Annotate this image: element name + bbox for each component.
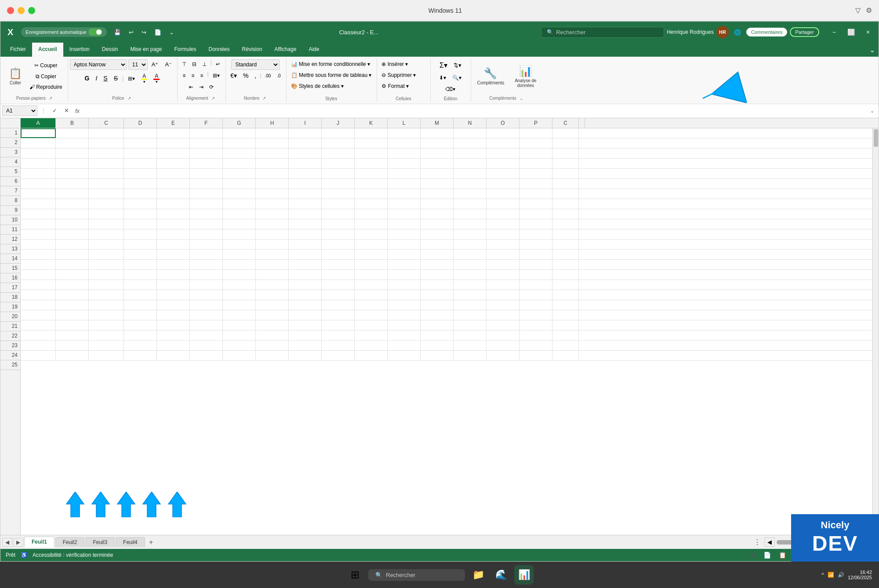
coller-btn[interactable]: 📋 Coller bbox=[5, 61, 26, 92]
minimize-traffic-btn[interactable] bbox=[18, 7, 25, 14]
align-right-btn[interactable]: ≡ bbox=[198, 71, 206, 81]
settings-icon[interactable]: ⚙ bbox=[866, 6, 872, 15]
row-9[interactable]: 9 bbox=[0, 206, 20, 215]
analyse-btn[interactable]: 📊 Analyse dedonnées bbox=[511, 61, 540, 92]
row-16[interactable]: 16 bbox=[0, 273, 20, 283]
tab-next-btn[interactable]: ▶ bbox=[13, 538, 23, 547]
globe-btn[interactable]: 🌐 bbox=[731, 27, 744, 37]
sheet-tab-feuil4[interactable]: Feuil4 bbox=[116, 537, 145, 547]
nombre-expand-btn[interactable]: ↗ bbox=[261, 95, 267, 101]
save-btn[interactable]: 💾 bbox=[111, 27, 123, 37]
maximize-traffic-btn[interactable] bbox=[28, 7, 35, 14]
col-header-m[interactable]: M bbox=[421, 118, 454, 128]
cell-q1[interactable] bbox=[552, 128, 579, 138]
cell-a1[interactable] bbox=[21, 128, 56, 138]
fill-btn[interactable]: ⬇▾ bbox=[436, 73, 449, 83]
cell-n1[interactable] bbox=[454, 128, 487, 138]
strikethrough-btn[interactable]: S bbox=[111, 73, 120, 84]
align-left-btn[interactable]: ≡ bbox=[180, 71, 189, 81]
tab-aide[interactable]: Aide bbox=[302, 43, 325, 57]
row-4[interactable]: 4 bbox=[0, 157, 20, 167]
tab-insertion[interactable]: Insertion bbox=[63, 43, 96, 57]
copy-btn[interactable]: ⧉ Copier bbox=[27, 72, 65, 82]
col-header-l[interactable]: L bbox=[388, 118, 421, 128]
start-btn[interactable]: ⊞ bbox=[345, 565, 365, 584]
wrap-text-btn[interactable]: ↵ bbox=[213, 59, 223, 69]
cell-c1[interactable] bbox=[89, 128, 124, 138]
ribbon-collapse-btn[interactable]: ⌄ bbox=[869, 46, 875, 54]
view-layout-btn[interactable]: 📄 bbox=[761, 550, 773, 560]
cell-i1[interactable] bbox=[289, 128, 322, 138]
align-bottom-btn[interactable]: ⊥ bbox=[200, 59, 209, 69]
sound-icon[interactable]: 🔊 bbox=[838, 572, 844, 578]
row-25[interactable]: 25 bbox=[0, 360, 20, 370]
row-14[interactable]: 14 bbox=[0, 254, 20, 264]
cell-f1[interactable] bbox=[190, 128, 223, 138]
tab-revision[interactable]: Révision bbox=[236, 43, 269, 57]
col-header-h[interactable]: H bbox=[256, 118, 289, 128]
chevron-icon[interactable]: ^ bbox=[821, 572, 824, 578]
underline-btn[interactable]: S bbox=[101, 73, 110, 84]
col-header-k[interactable]: K bbox=[355, 118, 388, 128]
col-header-b[interactable]: B bbox=[56, 118, 89, 128]
cell-m1[interactable] bbox=[421, 128, 454, 138]
row-22[interactable]: 22 bbox=[0, 331, 20, 341]
cell-d1[interactable] bbox=[124, 128, 157, 138]
decrease-font-btn[interactable]: A⁻ bbox=[162, 59, 174, 70]
align-center-btn[interactable]: ≡ bbox=[189, 71, 197, 81]
table-format-btn[interactable]: 📋 Mettre sous forme de tableau ▾ bbox=[288, 70, 374, 80]
minimize-btn[interactable]: − bbox=[827, 26, 841, 38]
number-format-select[interactable]: Standard bbox=[231, 59, 280, 70]
inc-decimal-btn[interactable]: .00 bbox=[262, 73, 273, 79]
row-10[interactable]: 10 bbox=[0, 215, 20, 225]
autosave-control[interactable]: Enregistrement automatique bbox=[21, 27, 106, 37]
autosave-toggle[interactable] bbox=[88, 29, 102, 36]
row-17[interactable]: 17 bbox=[0, 283, 20, 293]
font-name-select[interactable]: Aptos Narrow bbox=[70, 59, 127, 70]
indent-inc-btn[interactable]: ⇥ bbox=[196, 82, 206, 92]
inserer-btn[interactable]: ⊕ Insérer ▾ bbox=[379, 59, 428, 69]
qa-more-btn[interactable]: ⌄ bbox=[167, 27, 177, 37]
share-btn[interactable]: Partager bbox=[790, 27, 819, 37]
tab-formules[interactable]: Formules bbox=[168, 43, 202, 57]
sigma-btn[interactable]: Σ▾ bbox=[437, 59, 450, 72]
col-header-q[interactable]: C bbox=[552, 118, 579, 128]
row-8[interactable]: 8 bbox=[0, 196, 20, 206]
find-btn[interactable]: 🔍▾ bbox=[450, 73, 464, 83]
view-normal-btn[interactable]: ⊞ bbox=[748, 550, 758, 560]
taskbar-search[interactable]: 🔍 Rechercher bbox=[368, 569, 465, 581]
scroll-left-btn[interactable]: ◀ bbox=[764, 537, 775, 547]
currency-btn[interactable]: €▾ bbox=[228, 71, 240, 80]
search-input[interactable] bbox=[556, 29, 658, 36]
tab-fichier[interactable]: Fichier bbox=[4, 43, 32, 57]
fill-color-btn[interactable]: A▾ bbox=[138, 72, 150, 85]
borders-btn[interactable]: ⊞▾ bbox=[125, 74, 138, 84]
dec-decimal-btn[interactable]: .0 bbox=[274, 73, 283, 79]
cell-o1[interactable] bbox=[487, 128, 519, 138]
undo-btn[interactable]: ↩ bbox=[126, 27, 136, 37]
bold-btn[interactable]: G bbox=[82, 73, 92, 84]
police-expand-btn[interactable]: ↗ bbox=[126, 95, 132, 101]
col-header-n[interactable]: N bbox=[454, 118, 487, 128]
col-header-g[interactable]: G bbox=[223, 118, 256, 128]
cell-e1[interactable] bbox=[157, 128, 190, 138]
col-header-p[interactable]: P bbox=[519, 118, 552, 128]
row-6[interactable]: 6 bbox=[0, 177, 20, 186]
tab-mise-en-page[interactable]: Mise en page bbox=[124, 43, 168, 57]
complements-expand-btn[interactable]: ⌄ bbox=[518, 95, 524, 101]
row-3[interactable]: 3 bbox=[0, 148, 20, 157]
col-header-e[interactable]: E bbox=[157, 118, 190, 128]
comma-btn[interactable]: , bbox=[252, 71, 259, 80]
row-1[interactable]: 1 bbox=[0, 128, 20, 138]
filter-icon[interactable]: ▽ bbox=[855, 6, 861, 15]
tab-prev-btn[interactable]: ◀ bbox=[2, 538, 12, 547]
new-btn[interactable]: 📄 bbox=[152, 27, 164, 37]
font-color-btn[interactable]: A▾ bbox=[151, 72, 162, 85]
row-15[interactable]: 15 bbox=[0, 264, 20, 273]
supprimer-btn[interactable]: ⊖ Supprimer ▾ bbox=[379, 70, 428, 80]
align-top-btn[interactable]: ⊤ bbox=[179, 59, 189, 69]
vertical-scrollbar[interactable] bbox=[872, 128, 879, 535]
indent-dec-btn[interactable]: ⇤ bbox=[186, 82, 196, 92]
cell-h1[interactable] bbox=[256, 128, 289, 138]
row-12[interactable]: 12 bbox=[0, 235, 20, 244]
